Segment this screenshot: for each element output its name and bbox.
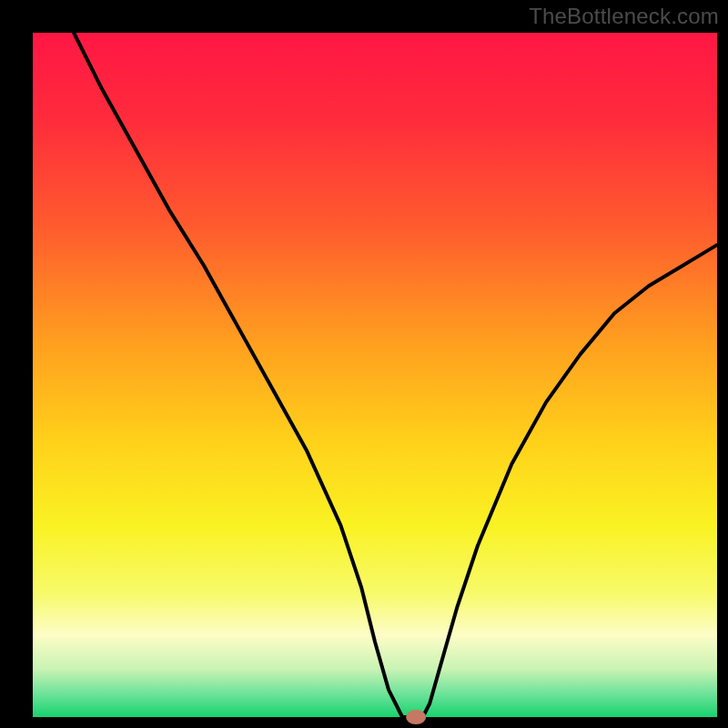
optimal-marker [406,710,426,724]
attribution-label: TheBottleneck.com [529,4,719,29]
bottleneck-chart [0,0,728,728]
chart-frame: TheBottleneck.com [0,0,728,728]
plot-area [33,33,717,717]
